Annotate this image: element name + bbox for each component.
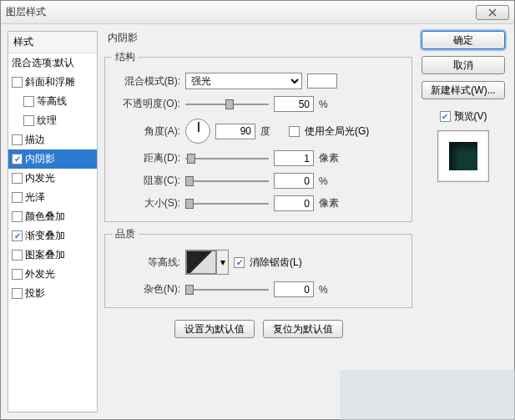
sidebar-item-5[interactable]: 内发光 [8,169,97,188]
opacity-unit: % [319,99,342,110]
sidebar-item-checkbox[interactable] [23,115,34,126]
noise-slider[interactable] [185,284,269,296]
sidebar-item-checkbox[interactable] [12,288,23,299]
contour-thumb-icon [186,250,216,274]
sidebar-item-0[interactable]: 斜面和浮雕 [8,73,97,92]
distance-label: 距离(D): [112,151,180,165]
chevron-down-icon: ▾ [216,250,228,274]
new-style-button[interactable]: 新建样式(W)... [422,81,505,99]
choke-slider[interactable] [185,175,269,187]
set-default-button[interactable]: 设置为默认值 [174,320,255,338]
sidebar-item-label: 投影 [25,286,45,301]
sidebar-item-label: 内阴影 [25,152,55,166]
sidebar-item-label: 外发光 [25,267,55,281]
contour-label: 等高线: [112,256,180,270]
distance-input[interactable] [274,150,314,166]
reset-default-button[interactable]: 复位为默认值 [263,320,343,338]
sidebar-item-1[interactable]: 等高线 [8,92,97,111]
close-icon [487,8,497,17]
titlebar: 图层样式 [1,1,514,24]
structure-legend: 结构 [112,50,139,64]
sidebar-item-checkbox[interactable] [23,96,34,107]
opacity-label: 不透明度(O): [112,97,180,111]
antialias-checkbox[interactable] [234,257,245,268]
sidebar-item-label: 渐变叠加 [25,229,65,243]
sidebar-item-7[interactable]: 颜色叠加 [8,207,97,226]
antialias-label: 消除锯齿(L) [250,256,302,270]
sidebar-item-10[interactable]: 外发光 [8,265,97,284]
layer-style-dialog: 图层样式 样式 混合选项:默认 斜面和浮雕等高线纹理描边内阴影内发光光泽颜色叠加… [0,0,515,420]
preview-swatch [449,142,477,170]
global-light-label: 使用全局光(G) [305,124,369,139]
sidebar-blend-defaults[interactable]: 混合选项:默认 [8,53,97,73]
sidebar-item-label: 等高线 [37,94,67,109]
close-button[interactable] [476,5,509,20]
noise-label: 杂色(N): [112,282,180,296]
dialog-body: 样式 混合选项:默认 斜面和浮雕等高线纹理描边内阴影内发光光泽颜色叠加渐变叠加图… [1,24,514,419]
size-unit: 像素 [319,196,342,210]
quality-group: 品质 等高线: ▾ 消除锯齿(L) 杂色(N): % [104,227,412,308]
sidebar-item-checkbox[interactable] [12,173,23,184]
preview-box [437,130,489,182]
sidebar-item-checkbox[interactable] [12,211,23,222]
choke-label: 阻塞(C): [112,174,180,188]
preview-label: 预览(V) [454,109,487,124]
right-panel: 确定 取消 新建样式(W)... 预览(V) [419,31,507,412]
sidebar-item-6[interactable]: 光泽 [8,188,97,207]
opacity-input[interactable] [274,96,314,112]
angle-input[interactable] [215,124,255,139]
choke-input[interactable] [274,173,314,189]
noise-input[interactable] [274,281,314,297]
sidebar-item-8[interactable]: 渐变叠加 [8,226,97,245]
sidebar-header: 样式 [8,32,97,53]
sidebar-item-4[interactable]: 内阴影 [8,149,97,169]
size-input[interactable] [274,195,314,211]
sidebar-item-checkbox[interactable] [12,134,23,145]
sidebar-item-label: 描边 [25,133,45,147]
angle-label: 角度(A): [112,124,180,139]
size-label: 大小(S): [112,196,180,210]
sidebar-item-label: 斜面和浮雕 [25,75,75,89]
sidebar-item-9[interactable]: 图案叠加 [8,245,97,265]
main-panel: 内阴影 结构 混合模式(B): 强光 不透明度(O): % 角度(A): [104,31,412,412]
noise-unit: % [319,284,342,296]
choke-unit: % [319,175,342,187]
sidebar-item-11[interactable]: 投影 [8,284,97,303]
preview-checkbox[interactable] [440,111,451,122]
panel-title: 内阴影 [104,31,412,45]
contour-picker[interactable]: ▾ [185,250,229,275]
sidebar-item-checkbox[interactable] [12,192,23,203]
quality-legend: 品质 [112,227,139,241]
distance-unit: 像素 [319,151,342,165]
sidebar-item-2[interactable]: 纹理 [8,111,97,130]
angle-dial[interactable] [185,119,210,144]
sidebar-item-checkbox[interactable] [12,154,23,164]
distance-slider[interactable] [185,153,269,164]
styles-sidebar: 样式 混合选项:默认 斜面和浮雕等高线纹理描边内阴影内发光光泽颜色叠加渐变叠加图… [8,31,98,412]
opacity-slider[interactable] [185,99,269,110]
sidebar-item-checkbox[interactable] [12,269,23,280]
sidebar-item-3[interactable]: 描边 [8,130,97,149]
shadow-color-swatch[interactable] [307,73,337,89]
structure-group: 结构 混合模式(B): 强光 不透明度(O): % 角度(A): 度 [104,50,412,222]
sidebar-item-checkbox[interactable] [12,250,23,261]
sidebar-item-label: 图案叠加 [25,248,65,262]
sidebar-item-label: 光泽 [25,190,45,205]
sidebar-item-label: 颜色叠加 [25,210,65,224]
blend-mode-label: 混合模式(B): [112,74,180,89]
watermark-overlay [340,370,515,420]
sidebar-item-checkbox[interactable] [12,77,23,88]
global-light-checkbox[interactable] [289,126,300,137]
cancel-button[interactable]: 取消 [422,56,505,74]
sidebar-item-checkbox[interactable] [12,230,23,241]
angle-unit: 度 [260,124,284,139]
blend-mode-select[interactable]: 强光 [185,73,302,89]
window-title: 图层样式 [6,5,476,19]
size-slider[interactable] [185,198,269,210]
ok-button[interactable]: 确定 [422,31,505,49]
sidebar-item-label: 内发光 [25,171,55,185]
sidebar-item-label: 纹理 [37,114,57,128]
